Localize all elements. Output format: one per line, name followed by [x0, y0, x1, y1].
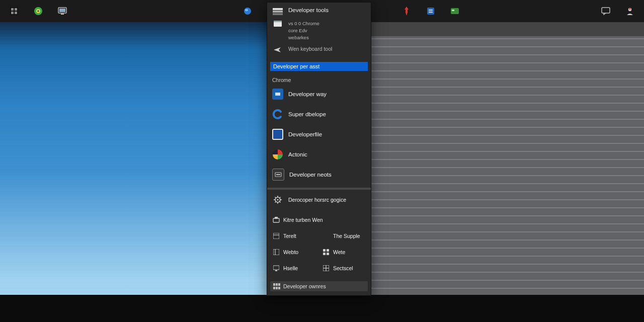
- app-item-label: Developer neots: [289, 172, 332, 178]
- app-item-super-dbelope[interactable]: Super dbelope: [267, 104, 371, 124]
- section-header: Chrome: [267, 74, 371, 84]
- taskbar-app-ball-icon[interactable]: [242, 5, 254, 17]
- start-search: [270, 62, 368, 71]
- svg-rect-49: [323, 249, 326, 252]
- svg-rect-45: [273, 233, 279, 239]
- grid-item-wete[interactable]: Wete: [320, 244, 368, 260]
- svg-rect-24: [273, 11, 283, 13]
- grid-item-sectscel[interactable]: Sectscel: [320, 260, 368, 276]
- screen-icon: [272, 264, 280, 272]
- svg-rect-58: [273, 283, 275, 286]
- doc-small-icon: [272, 20, 283, 28]
- subline: webarkes: [288, 35, 319, 41]
- app-item-developer-way[interactable]: Developer way: [267, 84, 371, 104]
- grid-item-hselle[interactable]: Hselle: [270, 260, 318, 276]
- grid4b-icon: [322, 264, 330, 272]
- window-behind: [370, 22, 644, 295]
- svg-rect-19: [452, 10, 454, 11]
- app-item-developer-neots[interactable]: Developer neots: [267, 165, 371, 185]
- keyboard-tool-item[interactable]: Wen keyboard tool: [267, 43, 371, 56]
- bottom-grid: Kitre turben Wen Terelt The Supple Webto…: [267, 212, 371, 279]
- grid-item-label: Webto: [283, 249, 298, 255]
- taskbar-app-tile-icon[interactable]: [425, 5, 437, 17]
- svg-rect-27: [274, 21, 282, 22]
- wallpaper-left: [0, 22, 267, 295]
- grid-item-webto[interactable]: Webto: [270, 244, 318, 260]
- footer-label: Developer ownres: [283, 283, 326, 289]
- keyboard-tool-label: Wen keyboard tool: [288, 46, 332, 52]
- panel-icon: [272, 232, 280, 240]
- svg-point-34: [277, 199, 278, 200]
- svg-rect-10: [61, 14, 64, 15]
- svg-rect-44: [275, 217, 278, 219]
- svg-rect-32: [276, 174, 280, 175]
- svg-rect-61: [273, 287, 275, 289]
- grid-item-label: Kitre turben Wen: [283, 217, 323, 223]
- svg-line-40: [280, 202, 281, 203]
- bottom-list: Derocoper horsrc gogice: [267, 190, 371, 212]
- grid4-icon: [322, 248, 330, 256]
- svg-rect-2: [15, 8, 17, 11]
- best-match-sublines: vs 0 0 Chrome core Edv webarkes: [267, 18, 371, 43]
- app-item-label: Actonic: [288, 151, 307, 157]
- card-dark-icon: [272, 169, 284, 181]
- svg-rect-53: [273, 266, 279, 270]
- taskbar-user-icon[interactable]: [624, 5, 636, 17]
- svg-rect-63: [278, 287, 280, 289]
- c-blue-icon: [272, 109, 283, 120]
- best-match-item[interactable]: Developer tools: [267, 5, 371, 18]
- swirl-icon: [272, 149, 283, 160]
- apps-icon: [273, 283, 280, 289]
- svg-point-7: [37, 10, 39, 12]
- grid-item-supple[interactable]: The Supple: [320, 228, 368, 244]
- taskbar-app-card-icon[interactable]: [449, 5, 461, 17]
- taskbar-app-pin-icon[interactable]: [400, 5, 413, 17]
- svg-rect-15: [427, 8, 434, 15]
- svg-line-42: [280, 197, 281, 198]
- grid-item-label: Wete: [333, 249, 345, 255]
- svg-rect-54: [275, 270, 277, 271]
- svg-rect-60: [278, 283, 280, 286]
- svg-rect-43: [273, 218, 279, 222]
- svg-rect-16: [429, 10, 433, 11]
- start-menu-footer[interactable]: Developer ownres: [270, 281, 368, 291]
- app-item-label: Developerfile: [288, 131, 322, 137]
- svg-rect-28: [275, 93, 280, 96]
- svg-line-39: [275, 197, 276, 198]
- start-menu: Developer tools vs 0 0 Chrome core Edv w…: [267, 2, 371, 296]
- grid-item-kitre[interactable]: Kitre turben Wen: [270, 212, 368, 228]
- bottom-item-gogice[interactable]: Derocoper horsrc gogice: [267, 190, 371, 210]
- search-input[interactable]: [270, 62, 368, 71]
- app-list: Developer way Super dbelope Developerfil…: [267, 84, 371, 187]
- svg-line-41: [275, 202, 276, 203]
- svg-rect-17: [429, 12, 433, 13]
- svg-rect-52: [327, 253, 329, 255]
- start-button[interactable]: [8, 5, 20, 17]
- svg-rect-47: [273, 249, 279, 255]
- best-match-title: Developer tools: [288, 7, 329, 14]
- tile-blue-icon: [272, 89, 283, 100]
- svg-rect-29: [276, 132, 280, 136]
- app-item-label: Super dbelope: [288, 111, 326, 117]
- taskbar-app-monitor-icon[interactable]: [56, 5, 68, 17]
- svg-rect-23: [273, 8, 283, 10]
- app-item-developerfile[interactable]: Developerfile: [267, 124, 371, 144]
- taskbar-chat-icon[interactable]: [600, 5, 612, 17]
- tray-icon: [272, 216, 280, 224]
- window-stack-icon: [272, 8, 283, 16]
- doc-blue-icon: [272, 129, 283, 140]
- svg-rect-25: [273, 13, 283, 15]
- grid-item-terelt[interactable]: Terelt: [270, 228, 318, 244]
- app-item-label: Developer way: [288, 91, 327, 97]
- panel-icon: [272, 248, 280, 256]
- svg-rect-3: [11, 12, 14, 14]
- app-item-actonic[interactable]: Actonic: [267, 144, 371, 165]
- svg-point-11: [244, 8, 251, 15]
- grid-item-label: The Supple: [333, 233, 360, 239]
- svg-rect-51: [323, 253, 326, 255]
- subline: vs 0 0 Chrome: [288, 21, 319, 27]
- taskbar-app-chrome-icon[interactable]: [32, 5, 44, 17]
- bottom-bar: [0, 295, 644, 322]
- gear-icon: [272, 194, 283, 205]
- svg-rect-9: [59, 9, 65, 12]
